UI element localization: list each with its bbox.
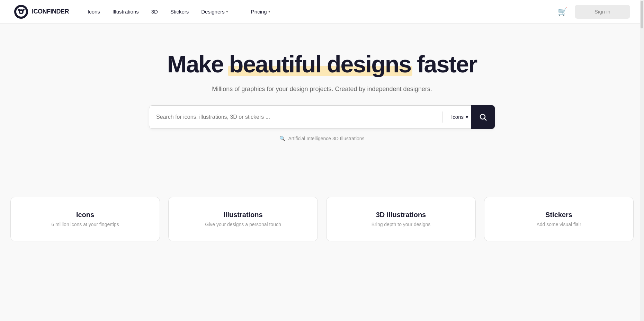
hero-section: Make beautiful designs faster Millions o…	[0, 24, 644, 162]
header-right: 🛒 Sign in	[556, 5, 630, 19]
hero-title-highlight: beautiful designs	[229, 51, 411, 77]
pricing-chevron-icon: ▾	[268, 9, 270, 14]
suggestion-text: Artificial Intelligence 3D Illustrations	[288, 136, 364, 141]
cart-icon[interactable]: 🛒	[556, 5, 569, 18]
logo-icon	[14, 5, 28, 19]
category-section: Icons 6 million icons at your fingertips…	[3, 197, 641, 255]
category-card-stickers[interactable]: Stickers Add some visual flair	[484, 197, 634, 241]
logo-link[interactable]: ICONFINDER	[14, 5, 69, 19]
category-illustrations-title: Illustrations	[223, 211, 262, 219]
spacer	[0, 162, 644, 197]
hero-title: Make beautiful designs faster	[167, 51, 477, 77]
svg-line-7	[485, 118, 487, 121]
category-stickers-subtitle: Add some visual flair	[536, 222, 581, 227]
nav-designers[interactable]: Designers ▾	[196, 6, 233, 17]
nav-icons[interactable]: Icons	[83, 6, 105, 17]
category-illustrations-subtitle: Give your designs a personal touch	[205, 222, 281, 227]
svg-point-3	[20, 11, 22, 13]
category-icons-subtitle: 6 million icons at your fingertips	[51, 222, 119, 227]
sign-in-button[interactable]: Sign in	[575, 5, 630, 19]
category-card-3d[interactable]: 3D illustrations Bring depth to your des…	[326, 197, 476, 241]
search-icon	[479, 113, 487, 121]
suggestion-row[interactable]: 🔍 Artificial Intelligence 3D Illustratio…	[279, 136, 364, 141]
search-type-selector[interactable]: Icons ▾	[448, 114, 471, 120]
suggestion-search-icon: 🔍	[279, 136, 285, 141]
designers-chevron-icon: ▾	[226, 9, 228, 14]
search-divider	[442, 112, 443, 123]
search-input[interactable]	[156, 114, 437, 120]
search-bar: Icons ▾	[149, 105, 495, 129]
scrollbar-track[interactable]	[640, 0, 644, 321]
logo-text: ICONFINDER	[32, 8, 69, 15]
nav-illustrations[interactable]: Illustrations	[108, 6, 144, 17]
category-stickers-title: Stickers	[545, 211, 572, 219]
category-3d-title: 3D illustrations	[376, 211, 426, 219]
category-icons-title: Icons	[76, 211, 94, 219]
category-card-illustrations[interactable]: Illustrations Give your designs a person…	[168, 197, 318, 241]
scrollbar-thumb[interactable]	[641, 1, 643, 28]
hero-subtitle: Millions of graphics for your design pro…	[212, 86, 432, 93]
nav-3d[interactable]: 3D	[146, 6, 163, 17]
svg-point-4	[18, 9, 20, 11]
svg-point-5	[23, 9, 25, 11]
main-nav: Icons Illustrations 3D Stickers Designer…	[83, 6, 556, 17]
search-button[interactable]	[471, 105, 495, 129]
nav-stickers[interactable]: Stickers	[166, 6, 194, 17]
category-card-icons[interactable]: Icons 6 million icons at your fingertips	[10, 197, 160, 241]
svg-point-6	[480, 114, 485, 119]
header: ICONFINDER Icons Illustrations 3D Sticke…	[0, 0, 644, 24]
category-3d-subtitle: Bring depth to your designs	[372, 222, 430, 227]
nav-pricing[interactable]: Pricing ▾	[246, 6, 275, 17]
search-type-chevron-icon: ▾	[466, 114, 468, 120]
